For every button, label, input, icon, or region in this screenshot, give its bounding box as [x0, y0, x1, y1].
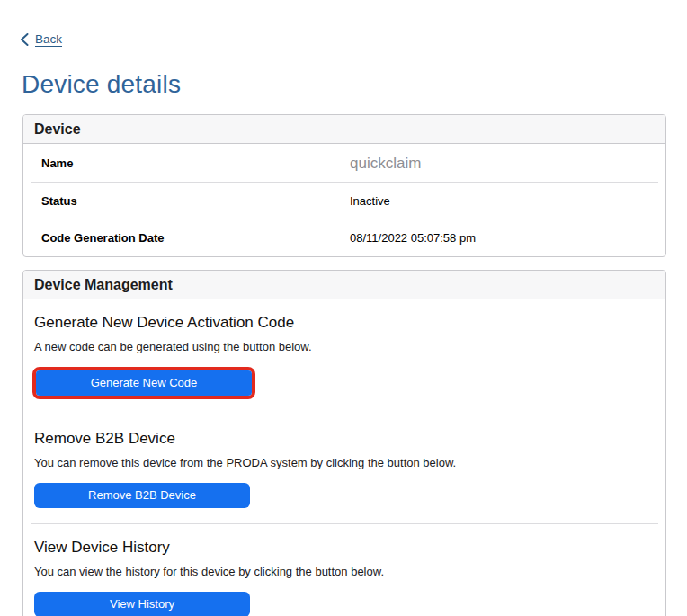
generate-code-description: A new code can be generated using the bu… [34, 340, 655, 353]
device-management-card-header: Device Management [23, 271, 665, 299]
back-link[interactable]: Back [20, 32, 62, 46]
device-management-card: Device Management Generate New Device Ac… [22, 270, 666, 616]
back-row: Back [20, 32, 62, 46]
device-status-row: Status Inactive [23, 183, 665, 219]
device-name-value: quickclaim [350, 155, 421, 173]
remove-device-section: Remove B2B Device You can remove this de… [23, 415, 665, 524]
remove-device-heading: Remove B2B Device [34, 430, 655, 448]
device-card-header: Device [23, 115, 665, 144]
view-history-button[interactable]: View History [34, 592, 250, 616]
remove-device-description: You can remove this device from the PROD… [34, 456, 655, 469]
page-title: Device details [22, 70, 181, 99]
view-history-heading: View Device History [34, 539, 655, 557]
code-generation-date-row: Code Generation Date 08/11/2022 05:07:58… [23, 219, 665, 256]
device-details-page: Back Device details Device Name quickcla… [0, 0, 687, 616]
view-history-section: View Device History You can view the his… [23, 524, 665, 616]
code-generation-date-label: Code Generation Date [41, 231, 350, 245]
device-name-row: Name quickclaim [23, 144, 665, 183]
generate-new-code-button[interactable]: Generate New Code [36, 370, 252, 396]
back-link-label[interactable]: Back [35, 32, 62, 46]
generate-code-heading: Generate New Device Activation Code [34, 314, 655, 332]
view-history-description: You can view the history for this device… [34, 565, 655, 578]
generate-code-section: Generate New Device Activation Code A ne… [23, 299, 665, 415]
code-generation-date-value: 08/11/2022 05:07:58 pm [350, 231, 476, 245]
device-card: Device Name quickclaim Status Inactive C… [22, 114, 666, 257]
chevron-left-icon [20, 33, 29, 46]
annotation-highlight-box: Generate New Code [32, 367, 255, 399]
device-name-label: Name [41, 156, 350, 170]
device-status-label: Status [41, 194, 350, 208]
device-status-value: Inactive [350, 194, 390, 208]
remove-b2b-device-button[interactable]: Remove B2B Device [34, 483, 250, 508]
